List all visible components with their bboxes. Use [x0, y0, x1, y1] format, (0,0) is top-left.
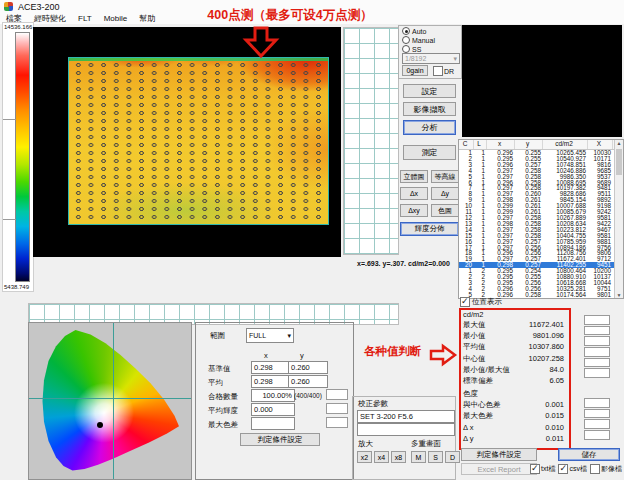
menu-item[interactable]: 幫助 — [133, 13, 161, 24]
cie-crosshair-horizontal — [29, 398, 191, 399]
range-judgment-panel: 範圍 FULL▾ x y 基準值 0.298 0.260 平均 0.298 0.… — [195, 322, 354, 480]
stat-label: 與中心色差 — [463, 400, 501, 411]
window-title: ACE3-200 — [18, 2, 60, 12]
delta-xy-button[interactable]: Δxy — [400, 204, 428, 217]
pass-count-label: 合格數量 — [208, 392, 238, 402]
table-header-cell: C — [459, 140, 474, 149]
stat-value: 10207.258 — [529, 354, 564, 365]
table-header-cell: y — [515, 140, 543, 149]
delta-x-button[interactable]: Δx — [400, 187, 428, 200]
chroma-section-header: 色度 — [463, 387, 564, 400]
measure-button[interactable]: 測定 — [403, 145, 456, 160]
stat-label: Δ x — [463, 423, 473, 434]
judge-condition-button[interactable]: 判定條件設定 — [461, 448, 537, 461]
range-select[interactable]: FULL▾ — [246, 328, 294, 343]
average-y-field[interactable]: 0.260 — [288, 375, 328, 388]
image-capture-button[interactable]: 影像擷取 — [403, 102, 456, 116]
position-display-checkbox[interactable]: 位置表示 — [460, 297, 502, 307]
pass-percent-field[interactable]: 100.00% — [251, 389, 295, 402]
multiscreen-m-button[interactable]: M — [411, 451, 426, 463]
table-header-cell: L — [474, 140, 487, 149]
file-option-checkbox[interactable]: 影像檔 — [590, 464, 622, 474]
multiscreen-s-button[interactable]: S — [428, 451, 443, 463]
calibration-extra-field[interactable] — [357, 423, 455, 436]
table-scrollbar[interactable]: ▲▼ — [614, 140, 623, 298]
checkbox-icon — [433, 66, 443, 76]
zoom-button-row: x2x4x8 — [357, 451, 408, 463]
contour-button[interactable]: 等高線 — [431, 170, 459, 183]
multiscreen-d-button[interactable]: D — [445, 451, 460, 463]
view-3d-button[interactable]: 立體圖 — [400, 170, 428, 183]
stat-row: 中心值10207.258 — [463, 354, 564, 365]
file-option-checkbox[interactable]: txt檔 — [530, 464, 555, 474]
chevron-down-icon: ▾ — [287, 332, 291, 340]
scale-tick — [3, 119, 16, 120]
luminance-heatmap-panel[interactable] — [33, 27, 341, 257]
stat-indicator-box — [584, 409, 610, 419]
calibration-set-field[interactable]: SET 3-200 F5.6 — [357, 410, 455, 423]
stat-row: 最小值/最大值84.0 — [463, 365, 564, 376]
stat-row: Δ y0.011 — [463, 434, 564, 445]
cie-horseshoe-diagram — [35, 327, 185, 475]
excel-report-button[interactable]: Excel Report — [461, 463, 537, 475]
stat-label: Δ y — [463, 434, 473, 445]
capture-mode-option[interactable]: SS — [402, 45, 461, 53]
table-cell: 9801 — [588, 292, 613, 298]
scrollbar-thumb[interactable] — [616, 149, 622, 175]
menu-item[interactable]: Mobile — [98, 14, 134, 23]
annotation-right-arrow-icon — [429, 344, 457, 366]
file-option-checkbox[interactable]: csv檔 — [558, 464, 587, 474]
col-x-header: x — [264, 351, 268, 360]
reference-y-field[interactable]: 0.260 — [288, 361, 328, 374]
annotation-points-note: 400点测（最多可设4万点测） — [183, 7, 397, 24]
stat-indicator-box — [584, 315, 610, 325]
scroll-down-icon[interactable]: ▼ — [615, 292, 623, 298]
file-option-label: csv檔 — [569, 464, 587, 474]
multiscreen-button-row: MSD — [411, 451, 462, 463]
capture-mode-option[interactable]: Auto — [402, 27, 461, 35]
table-header-cell: x — [487, 140, 515, 149]
scale-min-label: 5438.749 — [4, 284, 29, 290]
annotation-down-arrow-icon — [243, 26, 279, 58]
menu-item[interactable]: FLT — [72, 14, 98, 23]
measurement-table[interactable]: CLxycd/m2X 110.2960.25510265.45510030210… — [458, 139, 624, 299]
chevron-down-icon: ▾ — [453, 55, 457, 63]
colormap-button[interactable]: 色圖 — [431, 204, 459, 217]
dr-checkbox[interactable]: DR — [433, 66, 454, 76]
menu-item[interactable]: 經時變化 — [28, 13, 72, 24]
range-label: 範圍 — [210, 331, 225, 341]
table-cell: 10174.564 — [543, 292, 588, 298]
luminance-color-scale: 14536.166 5438.749 — [2, 22, 34, 292]
settings-button[interactable]: 設定 — [403, 84, 456, 98]
save-button[interactable]: 儲存 — [558, 448, 620, 461]
stat-label: 最小值/最大值 — [463, 365, 510, 376]
stat-row: Δ x0.010 — [463, 423, 564, 434]
gain-button[interactable]: 0gain — [402, 65, 428, 76]
range-condition-button[interactable]: 判定條件設定 — [240, 433, 320, 446]
radio-label: Auto — [412, 28, 426, 35]
analyze-button[interactable]: 分析 — [403, 120, 456, 135]
zoom-x8-button[interactable]: x8 — [391, 451, 406, 463]
stat-label: 平均值 — [463, 342, 486, 353]
pass-indicator-box — [326, 389, 348, 400]
stat-indicator-box — [584, 358, 610, 368]
measured-screen-area[interactable] — [68, 57, 329, 225]
statistics-panel: cd/m2 最大值11672.401最小值9801.096平均值10307.86… — [463, 310, 564, 445]
avg-luminance-field[interactable]: 0.000 — [251, 403, 295, 416]
checkbox-icon — [590, 464, 600, 474]
stat-label: 最大值 — [463, 320, 486, 331]
multiscreen-label: 多重畫面 — [411, 439, 441, 449]
max-color-diff-field[interactable] — [251, 417, 295, 430]
checkbox-icon — [558, 464, 568, 474]
luminance-distribution-button[interactable]: 輝度分佈 — [400, 222, 459, 236]
zoom-x2-button[interactable]: x2 — [357, 451, 372, 463]
stat-indicator-box — [584, 430, 610, 440]
delta-y-button[interactable]: Δy — [431, 187, 459, 200]
average-x-field[interactable]: 0.298 — [251, 375, 291, 388]
scale-tick — [3, 219, 16, 220]
capture-mode-option[interactable]: Manual — [402, 36, 461, 44]
exposure-select[interactable]: 1/8192▾ — [402, 53, 460, 64]
reference-x-field[interactable]: 0.298 — [251, 361, 291, 374]
stat-indicator-box — [584, 336, 610, 346]
zoom-x4-button[interactable]: x4 — [374, 451, 389, 463]
